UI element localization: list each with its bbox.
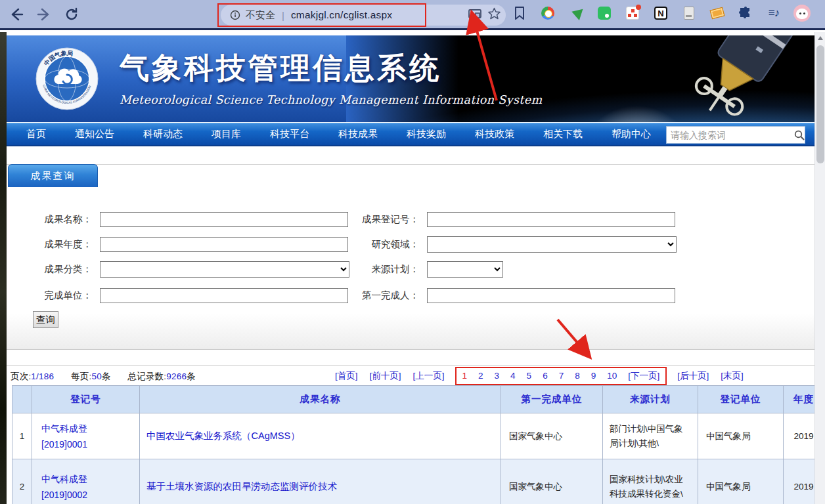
evernote-icon[interactable] — [596, 5, 613, 22]
achievement-name-link[interactable]: 中国农业气象业务系统（CAgMSS） — [146, 430, 300, 441]
site-banner: 中国气象局 CHINA METEOROLOGICAL ADMINISTRATIO… — [7, 35, 814, 122]
research-field-select[interactable] — [427, 236, 677, 253]
pagination-stats: 页次:1/186 每页:50条 总记录数:9266条 — [11, 371, 210, 383]
page-next-link[interactable]: [下一页] — [628, 370, 659, 382]
desktop-edge — [0, 32, 7, 504]
page-number-8[interactable]: 8 — [575, 371, 580, 381]
year-cell: 2019 — [784, 413, 815, 459]
reg-unit-cell: 中国气象局 — [698, 413, 784, 459]
pagination-bar: 页次:1/186 每页:50条 总记录数:9266条 [首页] [前十页] [上… — [7, 365, 814, 385]
scrollbar-thumb[interactable] — [816, 45, 824, 163]
star-icon[interactable] — [488, 7, 501, 20]
info-icon[interactable] — [230, 10, 240, 20]
site-search — [666, 126, 805, 144]
source-plan-cell: 部门计划\中国气象局计划\其他\ — [603, 413, 698, 459]
page-prev-link[interactable]: [上一页] — [413, 370, 445, 382]
omnibox-divider: | — [282, 10, 284, 21]
page-last-link[interactable]: [末页] — [721, 370, 744, 382]
main-nav: 首页 通知公告 科研动态 项目库 科技平台 科技成果 科技奖励 科技政策 相关下… — [7, 123, 814, 146]
header-row-number — [12, 386, 32, 413]
menu-dots-icon[interactable]: ⋮ — [822, 5, 825, 22]
puzzle-icon[interactable] — [737, 5, 754, 22]
page-number-7[interactable]: 7 — [559, 371, 564, 381]
nav-item-achievements[interactable]: 科技成果 — [338, 128, 378, 140]
nav-item-home[interactable]: 首页 — [26, 128, 46, 140]
cast-icon[interactable] — [468, 9, 481, 19]
forward-icon[interactable] — [33, 3, 55, 26]
scroll-up-icon[interactable] — [815, 32, 825, 43]
first-author-input[interactable] — [427, 288, 675, 303]
nav-item-notices[interactable]: 通知公告 — [75, 128, 114, 140]
page-number-10[interactable]: 10 — [607, 371, 617, 381]
notion-icon[interactable]: N — [652, 5, 669, 22]
nav-item-help[interactable]: 帮助中心 — [612, 128, 651, 140]
source-plan-cell: 国家科技计划\农业科技成果转化资金\ — [603, 459, 698, 504]
page-number-4[interactable]: 4 — [510, 371, 516, 381]
document-icon[interactable] — [680, 5, 698, 22]
search-icon[interactable] — [793, 130, 805, 140]
page-prev10-link[interactable]: [前十页] — [370, 370, 401, 382]
page-next10-link[interactable]: [后十页] — [677, 370, 709, 382]
tab-achievement-query[interactable]: 成果查询 — [8, 164, 98, 187]
table-row: 2 中气科成登[2019]0002 基于土壤水资源的农田旱涝动态监测评价技术 国… — [12, 459, 815, 504]
nav-item-awards[interactable]: 科技奖励 — [407, 128, 446, 140]
nav-item-policy[interactable]: 科技政策 — [475, 128, 514, 140]
nav-item-research-news[interactable]: 科研动态 — [143, 128, 183, 140]
page-number-6[interactable]: 6 — [543, 371, 548, 381]
reload-icon[interactable] — [60, 3, 83, 26]
table-header-row: 登记号 成果名称 第一完成单位 来源计划 登记单位 年度 — [12, 386, 815, 413]
header-source-plan: 来源计划 — [603, 386, 698, 413]
achievement-name-link[interactable]: 基于土壤水资源的农田旱涝动态监测评价技术 — [146, 481, 337, 492]
row-number: 1 — [12, 413, 32, 459]
page-number-5[interactable]: 5 — [527, 371, 532, 381]
label-completing-unit: 完成单位： — [26, 289, 92, 302]
site-subtitle: Meteorological Science Technology Manage… — [120, 93, 543, 106]
label-achievement-category: 成果分类： — [26, 263, 92, 276]
achievement-category-select[interactable] — [100, 261, 349, 278]
header-year: 年度 — [784, 386, 815, 413]
satellite-graphic — [652, 35, 803, 122]
panel-divider — [7, 164, 814, 165]
url-bar[interactable]: 不安全 | cmakjgl.cn/cglist.aspx — [221, 5, 506, 26]
reg-no-link[interactable]: 中气科成登[2019]0002 — [41, 471, 139, 503]
back-icon[interactable] — [5, 3, 28, 26]
sticker-icon[interactable] — [709, 5, 726, 22]
avatar[interactable] — [793, 5, 811, 22]
header-reg-unit: 登记单位 — [698, 386, 784, 413]
label-source-plan: 来源计划： — [353, 263, 419, 276]
nav-item-platform[interactable]: 科技平台 — [270, 128, 309, 140]
table-row: 1 中气科成登[2019]0001 中国农业气象业务系统（CAgMSS） 国家气… — [12, 413, 815, 459]
completing-unit-input[interactable] — [100, 288, 348, 303]
site-title: 气象科技管理信息系统 — [120, 49, 543, 88]
pagination-highlight-box: 1 2 3 4 5 6 7 8 9 10 [下一页] — [455, 367, 667, 385]
bookmark-flag-icon[interactable] — [511, 5, 528, 22]
nav-item-projects[interactable]: 项目库 — [212, 128, 241, 140]
screenshot-root: 不安全 | cmakjgl.cn/cglist.aspx N ≡♪ — [0, 0, 825, 504]
nav-item-downloads[interactable]: 相关下载 — [543, 128, 583, 140]
page-number-9[interactable]: 9 — [591, 371, 596, 381]
header-first-unit: 第一完成单位 — [501, 386, 603, 413]
first-unit-cell: 国家气象中心 — [501, 413, 603, 459]
page-number-1[interactable]: 1 — [462, 371, 468, 381]
label-registration-no: 成果登记号： — [353, 213, 419, 226]
orgchart-icon[interactable] — [624, 5, 641, 22]
achievement-name-input[interactable] — [100, 212, 348, 227]
query-button[interactable]: 查询 — [33, 311, 58, 328]
page-number-3[interactable]: 3 — [495, 371, 500, 381]
header-reg-no: 登记号 — [32, 386, 140, 413]
registration-no-input[interactable] — [427, 212, 675, 227]
kite-icon[interactable] — [568, 5, 585, 22]
source-plan-select[interactable] — [427, 261, 503, 278]
extension-row: N ≡♪ ⋮ — [511, 5, 825, 22]
results-table: 登记号 成果名称 第一完成单位 来源计划 登记单位 年度 1 中气科成登[201… — [12, 385, 814, 504]
chrome-icon[interactable] — [539, 5, 556, 22]
search-input[interactable] — [667, 130, 793, 140]
page-number-2[interactable]: 2 — [478, 371, 483, 381]
achievement-year-input[interactable] — [100, 237, 348, 252]
playlist-icon[interactable]: ≡♪ — [765, 5, 782, 22]
reg-no-link[interactable]: 中气科成登[2019]0001 — [41, 421, 139, 452]
header-achievement-name: 成果名称 — [140, 386, 501, 413]
page-scrollbar[interactable] — [814, 32, 825, 504]
label-first-author: 第一完成人： — [353, 289, 419, 302]
page-first-link[interactable]: [首页] — [335, 370, 358, 382]
